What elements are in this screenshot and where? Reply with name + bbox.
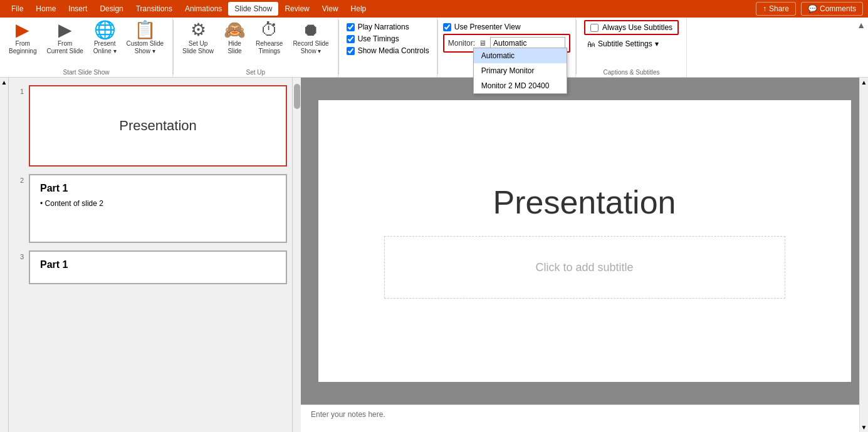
right-scrollbar: ▲ ▼ [859, 78, 868, 432]
menubar-right: ↑ Share 💬 Comments [756, 2, 863, 16]
ribbon: ▶ FromBeginning ▶ FromCurrent Slide 🌐 Pr… [0, 18, 868, 78]
setup-slideshow-icon: ⚙ [191, 21, 206, 39]
slide-2-title: Part 1 [40, 183, 68, 194]
scroll-up-btn[interactable]: ▲ [861, 79, 867, 86]
scroll-down-btn[interactable]: ▼ [861, 424, 867, 431]
scroll-thumb[interactable] [294, 84, 300, 109]
present-online-button[interactable]: 🌐 PresentOnline ▾ [90, 20, 120, 56]
rehearse-timings-icon: ⏱ [261, 21, 278, 39]
menu-home[interactable]: Home [29, 2, 62, 16]
use-timings-checkbox[interactable] [347, 35, 355, 43]
custom-slideshow-label: Custom SlideShow ▾ [127, 40, 164, 55]
slide-thumb-1[interactable]: Presentation [29, 85, 287, 167]
subtitle-settings-label: Subtitle Settings [598, 39, 652, 48]
slide-thumb-3[interactable]: Part 1 [29, 250, 287, 284]
hide-slide-button[interactable]: 🙈 HideSlide [220, 20, 249, 56]
main-slide-title[interactable]: Presentation [493, 183, 676, 221]
record-slideshow-button[interactable]: ⏺ Record SlideShow ▾ [289, 20, 332, 56]
play-narrations-checkbox-row[interactable]: Play Narrations [347, 23, 429, 31]
always-subtitles-row: Always Use Subtitles [584, 20, 679, 35]
rehearse-timings-label: RehearseTimings [256, 40, 283, 55]
ribbon-collapse[interactable]: ▲ [854, 18, 868, 77]
dropdown-item-primary[interactable]: Primary Monitor [474, 63, 567, 78]
comments-icon: 💬 [808, 4, 817, 13]
monitor-dropdown-container: Monitor: 🖥 Automatic Primary Monitor Mon… [443, 34, 570, 53]
play-narrations-label: Play Narrations [358, 23, 409, 31]
ribbon-group-presenter: Use Presenter View Monitor: 🖥 Automatic … [438, 18, 576, 77]
menubar: File Home Insert Design Transitions Anim… [0, 0, 868, 18]
main-slide-subtitle-box[interactable]: Click to add subtitle [384, 236, 785, 299]
from-beginning-icon: ▶ [16, 21, 29, 39]
slide-panel: 1 Presentation 2 Part 1 • Content of sli… [9, 78, 292, 432]
present-online-icon: 🌐 [94, 21, 116, 39]
slide-3-title: Part 1 [40, 259, 68, 270]
notes-area[interactable]: Enter your notes here. [301, 404, 868, 432]
slide-number-1: 1 [14, 85, 24, 95]
ribbon-group-items: ▶ FromBeginning ▶ FromCurrent Slide 🌐 Pr… [5, 20, 167, 68]
use-presenter-view-label: Use Presenter View [454, 23, 521, 31]
slide-canvas[interactable]: Presentation Click to add subtitle [301, 78, 868, 404]
from-beginning-button[interactable]: ▶ FromBeginning [5, 20, 40, 56]
ribbon-group-checkboxes: Play Narrations Use Timings Show Media C… [339, 18, 437, 77]
menu-review[interactable]: Review [278, 2, 315, 16]
menu-insert[interactable]: Insert [62, 2, 93, 16]
comments-button[interactable]: 💬 Comments [801, 2, 863, 16]
ribbon-group-setup: ⚙ Set UpSlide Show 🙈 HideSlide ⏱ Rehears… [174, 18, 338, 77]
use-timings-label: Use Timings [358, 34, 399, 43]
show-media-controls-label: Show Media Controls [358, 46, 429, 55]
slide-panel-container: ▲ 1 Presentation 2 Part 1 • Content of s… [0, 78, 301, 432]
record-slideshow-label: Record SlideShow ▾ [293, 40, 328, 55]
slide-thumb-2[interactable]: Part 1 • Content of slide 2 [29, 174, 287, 243]
monitor-icon: 🖥 [479, 39, 486, 48]
slide-number-2: 2 [14, 174, 24, 184]
setup-label: Set Up [179, 69, 333, 77]
setup-slideshow-label: Set UpSlide Show [182, 40, 214, 55]
use-presenter-view-checkbox-row[interactable]: Use Presenter View [443, 23, 570, 31]
hide-slide-icon: 🙈 [224, 21, 246, 39]
subtitle-settings-icon: 🗛 [587, 39, 595, 49]
share-button[interactable]: ↑ Share [756, 2, 796, 16]
use-presenter-view-checkbox[interactable] [443, 23, 451, 31]
from-current-button[interactable]: ▶ FromCurrent Slide [43, 20, 86, 56]
use-timings-checkbox-row[interactable]: Use Timings [347, 34, 429, 43]
ribbon-group-start-slideshow: ▶ FromBeginning ▶ FromCurrent Slide 🌐 Pr… [0, 18, 173, 77]
dropdown-item-automatic[interactable]: Automatic [474, 48, 567, 63]
left-scrollbar: ▲ [0, 78, 9, 432]
setup-slideshow-button[interactable]: ⚙ Set UpSlide Show [179, 20, 217, 56]
show-media-controls-checkbox[interactable] [347, 47, 355, 55]
slide-item-1[interactable]: 1 Presentation [9, 83, 292, 169]
main-area: ▲ 1 Presentation 2 Part 1 • Content of s… [0, 78, 868, 432]
setup-items: ⚙ Set UpSlide Show 🙈 HideSlide ⏱ Rehears… [179, 20, 333, 68]
slide-item-3[interactable]: 3 Part 1 [9, 248, 292, 287]
menu-design[interactable]: Design [93, 2, 129, 16]
show-media-controls-checkbox-row[interactable]: Show Media Controls [347, 46, 429, 55]
scroll-up-icon[interactable]: ▲ [1, 79, 8, 86]
menu-help[interactable]: Help [345, 2, 373, 16]
from-current-icon: ▶ [58, 21, 72, 39]
menu-slideshow[interactable]: Slide Show [228, 2, 278, 16]
record-slideshow-icon: ⏺ [302, 21, 320, 39]
always-subtitles-checkbox[interactable] [590, 24, 599, 32]
monitor-dropdown: Automatic Primary Monitor Monitor 2 MD 2… [473, 48, 567, 94]
rehearse-timings-button[interactable]: ⏱ RehearseTimings [252, 20, 286, 56]
subtitle-settings-button[interactable]: 🗛 Subtitle Settings ▾ [584, 38, 679, 50]
from-beginning-label: FromBeginning [9, 40, 36, 55]
custom-slide-show-button[interactable]: 📋 Custom SlideShow ▾ [123, 20, 167, 56]
always-subtitles-label: Always Use Subtitles [602, 23, 672, 32]
slide-2-content: • Content of slide 2 [40, 199, 103, 208]
present-online-label: PresentOnline ▾ [93, 40, 117, 55]
menu-transitions[interactable]: Transitions [130, 2, 179, 16]
subtitle-settings-arrow: ▾ [655, 39, 659, 48]
menu-animations[interactable]: Animations [179, 2, 228, 16]
ribbon-group-captions: Always Use Subtitles 🗛 Subtitle Settings… [577, 18, 687, 77]
share-icon: ↑ [763, 4, 766, 13]
dropdown-item-monitor2[interactable]: Monitor 2 MD 20400 [474, 78, 567, 93]
subtitle-placeholder: Click to add subtitle [535, 261, 633, 274]
always-subtitles-checkbox-row[interactable]: Always Use Subtitles [590, 23, 672, 32]
slide-item-2[interactable]: 2 Part 1 • Content of slide 2 [9, 172, 292, 245]
slide-number-3: 3 [14, 250, 24, 260]
play-narrations-checkbox[interactable] [347, 23, 355, 31]
from-current-label: FromCurrent Slide [46, 40, 83, 55]
menu-file[interactable]: File [5, 2, 29, 16]
menu-view[interactable]: View [316, 2, 345, 16]
